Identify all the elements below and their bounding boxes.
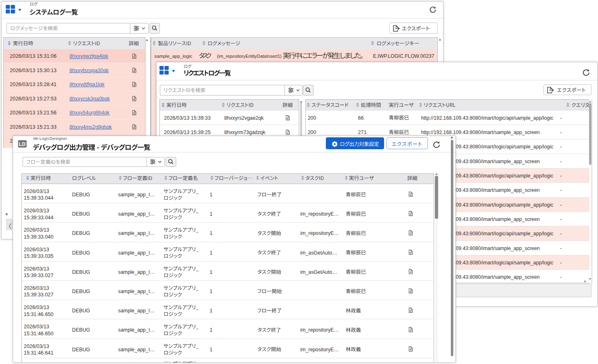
svg-text:im_repositoryE…: im_repositoryE…	[300, 230, 339, 236]
svg-text:sample_app_l…: sample_app_l…	[118, 327, 155, 333]
svg-text:200: 200	[308, 115, 316, 121]
svg-text:-: -	[560, 187, 562, 193]
svg-text:2026/03/13 15:39:25: 2026/03/13 15:39:25	[164, 130, 211, 135]
svg-text:2026/03/13: 2026/03/13	[24, 266, 49, 272]
svg-text:sample_app_l…: sample_app_l…	[118, 211, 155, 217]
svg-text:LD: LD	[19, 141, 26, 147]
svg-text:200: 200	[308, 130, 316, 135]
svg-text:im_asGetAuto…: im_asGetAuto…	[300, 250, 337, 256]
svg-text:15:39:33.044: 15:39:33.044	[24, 215, 53, 221]
svg-text:-: -	[560, 274, 562, 280]
svg-text:8hxxyrs2vgae2qk: 8hxxyrs2vgae2qk	[224, 115, 264, 121]
svg-text:15:39:33.044: 15:39:33.044	[24, 195, 53, 201]
svg-text:-: -	[560, 231, 562, 237]
svg-text:1: 1	[210, 250, 213, 256]
svg-text:DEBUG: DEBUG	[72, 230, 90, 236]
svg-text:sample_app_l…: sample_app_l…	[118, 192, 155, 198]
svg-text:sample_app_logic: sample_app_logic	[155, 54, 193, 59]
svg-text:IM-LogicDesigner: IM-LogicDesigner	[33, 136, 67, 141]
svg-text:http://192.168.109.43:8080/ima: http://192.168.109.43:8080/imart/logic/a…	[421, 115, 553, 121]
svg-text:sample_app_l…: sample_app_l…	[118, 269, 155, 275]
svg-text:DEBUG: DEBUG	[72, 308, 90, 314]
svg-text:2026/03/13: 2026/03/13	[24, 208, 49, 214]
svg-text:15:39:33.027: 15:39:33.027	[24, 292, 53, 298]
svg-text:2026/03/13: 2026/03/13	[24, 247, 49, 253]
svg-text:15:31:46.650: 15:31:46.650	[24, 331, 53, 337]
svg-text:im_repositoryE…: im_repositoryE…	[300, 211, 339, 217]
svg-text:-: -	[560, 216, 562, 222]
svg-text:1: 1	[210, 269, 213, 275]
svg-text:2026/03/13: 2026/03/13	[24, 189, 49, 194]
svg-text:-: -	[560, 202, 562, 208]
svg-text:DEBUG: DEBUG	[72, 250, 90, 256]
svg-text:im_repositoryE…: im_repositoryE…	[300, 327, 339, 333]
svg-text:sample_app_l…: sample_app_l…	[118, 347, 155, 353]
svg-text:2026/03/13 15:28:41: 2026/03/13 15:28:41	[10, 82, 57, 87]
svg-text:8hxxydtflga1lqk: 8hxxydtflga1lqk	[70, 82, 105, 87]
svg-text:2026/03/13 15:31:06: 2026/03/13 15:31:06	[10, 53, 57, 59]
svg-text:8hxxyrm73gadzqk: 8hxxyrm73gadzqk	[224, 130, 266, 135]
svg-text:1: 1	[210, 308, 213, 314]
svg-text:2026/03/13 15:39:33: 2026/03/13 15:39:33	[164, 115, 211, 121]
svg-text:15:31:46.650: 15:31:46.650	[24, 312, 53, 317]
svg-text:sample_app_l…: sample_app_l…	[118, 308, 155, 314]
svg-text:2026/03/13 15:21:33: 2026/03/13 15:21:33	[10, 124, 57, 130]
svg-text:2026/03/13 15:27:53: 2026/03/13 15:27:53	[10, 96, 57, 102]
svg-text:1: 1	[210, 230, 213, 236]
svg-text:66: 66	[358, 115, 364, 121]
svg-text:-: -	[560, 173, 562, 179]
svg-text:sample_app_l…: sample_app_l…	[118, 250, 155, 256]
svg-text:8hxxyfsnxga30qk: 8hxxyfsnxga30qk	[70, 68, 109, 73]
svg-text:271: 271	[358, 130, 367, 135]
svg-text:15:31:46.641: 15:31:46.641	[24, 350, 53, 356]
svg-text:-: -	[560, 115, 562, 121]
svg-text:sample_app_l…: sample_app_l…	[118, 289, 155, 294]
svg-text:-: -	[560, 246, 562, 251]
svg-text:2026/03/13: 2026/03/13	[24, 344, 49, 349]
svg-text:8hxxy54urg9h4qk: 8hxxy54urg9h4qk	[70, 110, 110, 116]
svg-text:im_repositoryE…: im_repositoryE…	[300, 347, 339, 353]
svg-text:(im_repositoryEntityDataInsert: (im_repositoryEntityDataInsert1)	[217, 54, 282, 59]
svg-text:15:39:33.040: 15:39:33.040	[24, 234, 53, 240]
svg-text:-: -	[560, 260, 562, 266]
svg-text:15:39:33.035: 15:39:33.035	[24, 253, 53, 259]
svg-text:-: -	[560, 144, 562, 150]
svg-text:2026/03/13: 2026/03/13	[24, 285, 49, 291]
svg-text:DEBUG: DEBUG	[72, 192, 90, 198]
svg-text:DEBUG: DEBUG	[72, 289, 90, 294]
svg-text:im_asGetAuto…: im_asGetAuto…	[300, 269, 337, 275]
svg-text:1: 1	[210, 347, 213, 353]
svg-text:2026/03/13: 2026/03/13	[24, 305, 49, 310]
svg-text:-: -	[560, 159, 562, 164]
svg-text:DEBUG: DEBUG	[72, 211, 90, 217]
svg-text:1: 1	[210, 211, 213, 217]
svg-text:DEBUG: DEBUG	[72, 327, 90, 333]
svg-text:DEBUG: DEBUG	[72, 347, 90, 353]
svg-text:http://192.168.109.43:8080/ima: http://192.168.109.43:8080/imart/sample_…	[421, 130, 539, 135]
svg-text:1: 1	[210, 192, 213, 198]
svg-text:DEBUG: DEBUG	[72, 269, 90, 275]
svg-text:2026/03/13: 2026/03/13	[24, 227, 49, 233]
svg-text:8hxxy4ms2g9ghqk: 8hxxy4ms2g9ghqk	[70, 124, 112, 130]
svg-text:8hxxygwzfga4lqk: 8hxxygwzfga4lqk	[70, 53, 109, 59]
svg-text:8hxxycsk3ga0bqk: 8hxxycsk3ga0bqk	[70, 96, 110, 102]
svg-text:E.IWP.LOGIC.FLOW.00237: E.IWP.LOGIC.FLOW.00237	[373, 53, 434, 59]
svg-text:2026/03/13 15:21:56: 2026/03/13 15:21:56	[10, 110, 57, 116]
svg-text:2026/03/13: 2026/03/13	[24, 324, 49, 330]
svg-text:1: 1	[210, 289, 213, 294]
svg-text:1: 1	[210, 327, 213, 333]
svg-text:2026/03/13 15:30:13: 2026/03/13 15:30:13	[10, 68, 57, 73]
svg-text:sample_app_l…: sample_app_l…	[118, 230, 155, 236]
svg-text:-: -	[560, 130, 562, 135]
svg-text:15:39:33.027: 15:39:33.027	[24, 273, 53, 278]
